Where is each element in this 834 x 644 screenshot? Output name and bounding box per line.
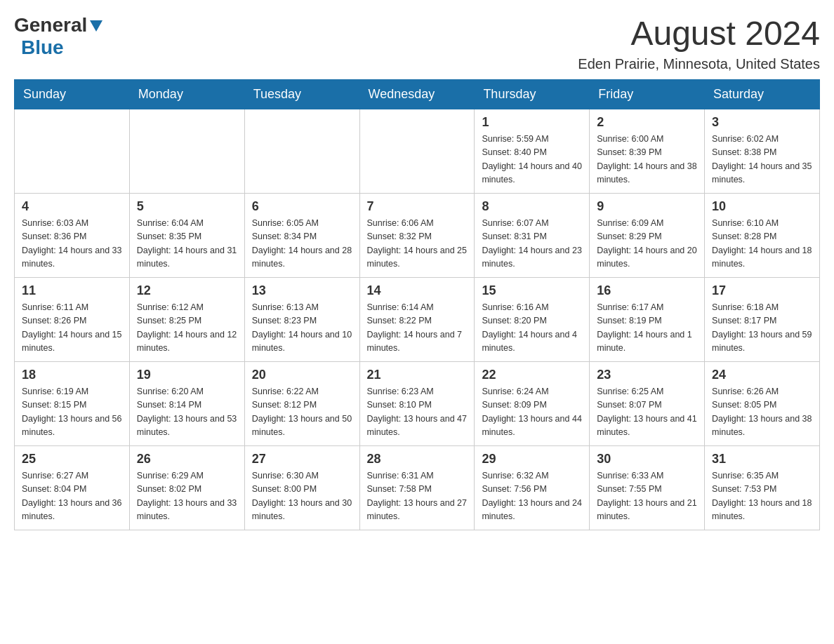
calendar-day-cell: 11Sunrise: 6:11 AMSunset: 8:26 PMDayligh… bbox=[15, 278, 130, 362]
calendar-day-cell: 8Sunrise: 6:07 AMSunset: 8:31 PMDaylight… bbox=[475, 194, 590, 278]
column-header-sunday: Sunday bbox=[15, 80, 130, 109]
day-info: Sunrise: 6:31 AMSunset: 7:58 PMDaylight:… bbox=[367, 469, 468, 524]
day-info: Sunrise: 6:19 AMSunset: 8:15 PMDaylight:… bbox=[22, 385, 122, 440]
day-number: 7 bbox=[367, 199, 468, 214]
page-header: General Blue August 2024 Eden Prairie, M… bbox=[14, 14, 820, 72]
day-info: Sunrise: 6:04 AMSunset: 8:35 PMDaylight:… bbox=[137, 217, 237, 271]
calendar-day-cell: 17Sunrise: 6:18 AMSunset: 8:17 PMDayligh… bbox=[705, 278, 820, 362]
day-number: 31 bbox=[712, 452, 812, 467]
calendar-day-cell: 21Sunrise: 6:23 AMSunset: 8:10 PMDayligh… bbox=[359, 362, 475, 446]
calendar-day-cell bbox=[15, 109, 130, 194]
day-info: Sunrise: 6:14 AMSunset: 8:22 PMDaylight:… bbox=[367, 301, 468, 356]
svg-marker-0 bbox=[90, 20, 102, 32]
column-header-friday: Friday bbox=[590, 80, 705, 109]
calendar-day-cell bbox=[244, 109, 359, 194]
day-info: Sunrise: 6:13 AMSunset: 8:23 PMDaylight:… bbox=[252, 301, 352, 356]
day-number: 3 bbox=[712, 115, 812, 130]
logo-general-text: General bbox=[14, 14, 87, 36]
day-info: Sunrise: 6:25 AMSunset: 8:07 PMDaylight:… bbox=[597, 385, 697, 440]
calendar-day-cell: 29Sunrise: 6:32 AMSunset: 7:56 PMDayligh… bbox=[475, 446, 590, 530]
calendar-day-cell: 20Sunrise: 6:22 AMSunset: 8:12 PMDayligh… bbox=[244, 362, 359, 446]
day-number: 9 bbox=[597, 199, 697, 214]
logo-blue-text: Blue bbox=[21, 36, 64, 58]
calendar-day-cell: 9Sunrise: 6:09 AMSunset: 8:29 PMDaylight… bbox=[590, 194, 705, 278]
calendar-day-cell: 18Sunrise: 6:19 AMSunset: 8:15 PMDayligh… bbox=[15, 362, 130, 446]
calendar-day-cell: 5Sunrise: 6:04 AMSunset: 8:35 PMDaylight… bbox=[129, 194, 244, 278]
day-info: Sunrise: 6:32 AMSunset: 7:56 PMDaylight:… bbox=[482, 469, 582, 524]
day-info: Sunrise: 6:02 AMSunset: 8:38 PMDaylight:… bbox=[712, 133, 812, 187]
calendar-week-row: 25Sunrise: 6:27 AMSunset: 8:04 PMDayligh… bbox=[15, 446, 820, 530]
month-title: August 2024 bbox=[578, 14, 820, 53]
day-info: Sunrise: 5:59 AMSunset: 8:40 PMDaylight:… bbox=[482, 133, 582, 187]
day-number: 13 bbox=[252, 283, 352, 298]
calendar-week-row: 18Sunrise: 6:19 AMSunset: 8:15 PMDayligh… bbox=[15, 362, 820, 446]
column-header-tuesday: Tuesday bbox=[244, 80, 359, 109]
day-info: Sunrise: 6:09 AMSunset: 8:29 PMDaylight:… bbox=[597, 217, 697, 271]
day-info: Sunrise: 6:07 AMSunset: 8:31 PMDaylight:… bbox=[482, 217, 582, 271]
day-info: Sunrise: 6:16 AMSunset: 8:20 PMDaylight:… bbox=[482, 301, 582, 356]
day-info: Sunrise: 6:17 AMSunset: 8:19 PMDaylight:… bbox=[597, 301, 697, 356]
day-info: Sunrise: 6:06 AMSunset: 8:32 PMDaylight:… bbox=[367, 217, 468, 271]
day-number: 5 bbox=[137, 199, 237, 214]
day-number: 12 bbox=[137, 283, 237, 298]
column-header-saturday: Saturday bbox=[705, 80, 820, 109]
day-info: Sunrise: 6:23 AMSunset: 8:10 PMDaylight:… bbox=[367, 385, 468, 440]
day-info: Sunrise: 6:35 AMSunset: 7:53 PMDaylight:… bbox=[712, 469, 812, 524]
day-info: Sunrise: 6:30 AMSunset: 8:00 PMDaylight:… bbox=[252, 469, 352, 524]
logo-triangle-icon bbox=[88, 18, 104, 33]
logo: General Blue bbox=[14, 14, 104, 59]
day-number: 28 bbox=[367, 452, 468, 467]
day-number: 30 bbox=[597, 452, 697, 467]
day-number: 25 bbox=[22, 452, 122, 467]
calendar-day-cell: 7Sunrise: 6:06 AMSunset: 8:32 PMDaylight… bbox=[359, 194, 475, 278]
location-text: Eden Prairie, Minnesota, United States bbox=[578, 56, 820, 72]
calendar-day-cell: 19Sunrise: 6:20 AMSunset: 8:14 PMDayligh… bbox=[129, 362, 244, 446]
calendar-day-cell: 28Sunrise: 6:31 AMSunset: 7:58 PMDayligh… bbox=[359, 446, 475, 530]
calendar-day-cell: 16Sunrise: 6:17 AMSunset: 8:19 PMDayligh… bbox=[590, 278, 705, 362]
calendar-day-cell: 23Sunrise: 6:25 AMSunset: 8:07 PMDayligh… bbox=[590, 362, 705, 446]
day-number: 8 bbox=[482, 199, 582, 214]
day-number: 23 bbox=[597, 368, 697, 382]
column-header-thursday: Thursday bbox=[475, 80, 590, 109]
day-info: Sunrise: 6:27 AMSunset: 8:04 PMDaylight:… bbox=[22, 469, 122, 524]
title-section: August 2024 Eden Prairie, Minnesota, Uni… bbox=[578, 14, 820, 72]
day-number: 10 bbox=[712, 199, 812, 214]
calendar-day-cell: 24Sunrise: 6:26 AMSunset: 8:05 PMDayligh… bbox=[705, 362, 820, 446]
calendar-day-cell: 2Sunrise: 6:00 AMSunset: 8:39 PMDaylight… bbox=[590, 109, 705, 194]
day-number: 17 bbox=[712, 283, 812, 298]
calendar-day-cell: 15Sunrise: 6:16 AMSunset: 8:20 PMDayligh… bbox=[475, 278, 590, 362]
day-number: 21 bbox=[367, 368, 468, 382]
calendar-day-cell: 30Sunrise: 6:33 AMSunset: 7:55 PMDayligh… bbox=[590, 446, 705, 530]
calendar-day-cell: 25Sunrise: 6:27 AMSunset: 8:04 PMDayligh… bbox=[15, 446, 130, 530]
day-info: Sunrise: 6:26 AMSunset: 8:05 PMDaylight:… bbox=[712, 385, 812, 440]
calendar-day-cell: 13Sunrise: 6:13 AMSunset: 8:23 PMDayligh… bbox=[244, 278, 359, 362]
day-info: Sunrise: 6:12 AMSunset: 8:25 PMDaylight:… bbox=[137, 301, 237, 356]
day-info: Sunrise: 6:24 AMSunset: 8:09 PMDaylight:… bbox=[482, 385, 582, 440]
calendar-day-cell: 4Sunrise: 6:03 AMSunset: 8:36 PMDaylight… bbox=[15, 194, 130, 278]
day-info: Sunrise: 6:29 AMSunset: 8:02 PMDaylight:… bbox=[137, 469, 237, 524]
day-number: 2 bbox=[597, 115, 697, 130]
calendar-header-row: SundayMondayTuesdayWednesdayThursdayFrid… bbox=[15, 80, 820, 109]
calendar-week-row: 11Sunrise: 6:11 AMSunset: 8:26 PMDayligh… bbox=[15, 278, 820, 362]
day-number: 1 bbox=[482, 115, 582, 130]
day-number: 18 bbox=[22, 368, 122, 382]
calendar-day-cell: 12Sunrise: 6:12 AMSunset: 8:25 PMDayligh… bbox=[129, 278, 244, 362]
day-number: 4 bbox=[22, 199, 122, 214]
calendar-day-cell bbox=[359, 109, 475, 194]
day-info: Sunrise: 6:03 AMSunset: 8:36 PMDaylight:… bbox=[22, 217, 122, 271]
day-number: 11 bbox=[22, 283, 122, 298]
column-header-wednesday: Wednesday bbox=[359, 80, 475, 109]
day-info: Sunrise: 6:05 AMSunset: 8:34 PMDaylight:… bbox=[252, 217, 352, 271]
calendar-day-cell: 27Sunrise: 6:30 AMSunset: 8:00 PMDayligh… bbox=[244, 446, 359, 530]
day-number: 24 bbox=[712, 368, 812, 382]
day-info: Sunrise: 6:20 AMSunset: 8:14 PMDaylight:… bbox=[137, 385, 237, 440]
day-info: Sunrise: 6:11 AMSunset: 8:26 PMDaylight:… bbox=[22, 301, 122, 356]
day-number: 20 bbox=[252, 368, 352, 382]
day-info: Sunrise: 6:33 AMSunset: 7:55 PMDaylight:… bbox=[597, 469, 697, 524]
day-number: 22 bbox=[482, 368, 582, 382]
calendar-week-row: 4Sunrise: 6:03 AMSunset: 8:36 PMDaylight… bbox=[15, 194, 820, 278]
calendar-day-cell: 6Sunrise: 6:05 AMSunset: 8:34 PMDaylight… bbox=[244, 194, 359, 278]
day-number: 19 bbox=[137, 368, 237, 382]
day-info: Sunrise: 6:00 AMSunset: 8:39 PMDaylight:… bbox=[597, 133, 697, 187]
calendar-week-row: 1Sunrise: 5:59 AMSunset: 8:40 PMDaylight… bbox=[15, 109, 820, 194]
